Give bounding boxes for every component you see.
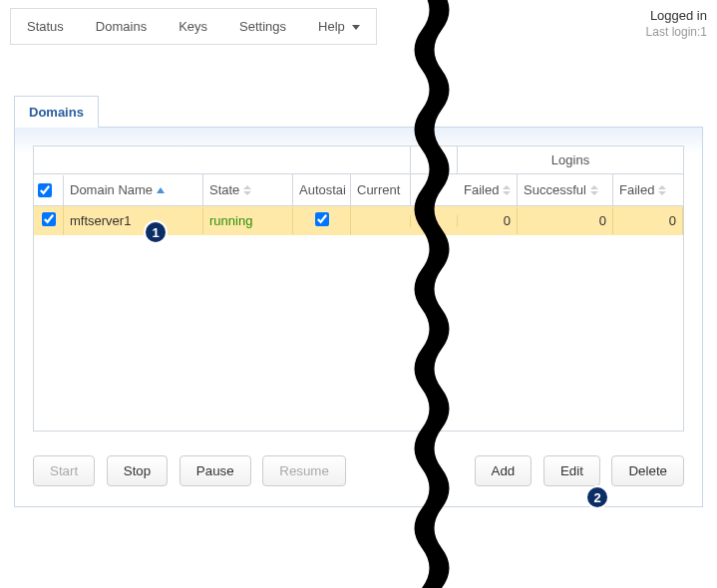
header-failed[interactable]: Failed: [458, 174, 518, 205]
sort-asc-icon: [157, 187, 165, 193]
cell-domain-name: mftserver1: [64, 207, 203, 234]
sort-icon: [658, 185, 666, 195]
nav-domains[interactable]: Domains: [80, 9, 163, 44]
cell-state: running: [203, 207, 293, 234]
nav-help-label: Help: [318, 19, 345, 34]
cell-failed: 0: [458, 207, 518, 234]
edit-button[interactable]: Edit: [543, 455, 600, 486]
resume-button[interactable]: Resume: [262, 455, 346, 486]
callout-1: 1: [144, 220, 168, 244]
cell-current: [351, 215, 411, 227]
last-login-text: Last login:1: [646, 25, 707, 41]
nav-status[interactable]: Status: [11, 9, 80, 44]
pause-button[interactable]: Pause: [179, 455, 251, 486]
sort-icon: [243, 185, 251, 195]
cell-failed-2: 0: [613, 207, 683, 234]
left-buttons: Start Stop Pause Resume: [33, 455, 346, 486]
select-all-checkbox[interactable]: [38, 183, 52, 197]
domains-grid: Logins Domain Name State Autostai: [33, 146, 684, 432]
table-row[interactable]: mftserver1 running 0 0 0: [34, 206, 683, 235]
callout-2: 2: [585, 485, 609, 509]
sort-icon: [590, 185, 598, 195]
header-failed-2[interactable]: Failed: [613, 174, 683, 205]
autostart-checkbox[interactable]: [315, 212, 329, 226]
chevron-down-icon: [352, 25, 360, 30]
top-nav: Status Domains Keys Settings Help: [10, 8, 377, 45]
logged-in-text: Logged in: [646, 8, 707, 25]
header-domain-name[interactable]: Domain Name: [64, 174, 203, 205]
sort-icon: [503, 185, 511, 195]
login-info: Logged in Last login:1: [646, 8, 707, 40]
tab-domains[interactable]: Domains: [14, 96, 99, 128]
header-current[interactable]: Current: [351, 174, 411, 205]
header-autostart[interactable]: Autostai: [293, 174, 351, 205]
stop-button[interactable]: Stop: [107, 455, 168, 486]
header-checkbox[interactable]: [34, 175, 64, 205]
right-buttons: Add Edit Delete: [475, 455, 684, 486]
row-checkbox[interactable]: [42, 212, 56, 226]
cell-successful: 0: [518, 207, 613, 234]
nav-keys[interactable]: Keys: [163, 9, 223, 44]
header-state[interactable]: State: [203, 174, 293, 205]
domains-panel: Logins Domain Name State Autostai: [14, 128, 703, 507]
start-button[interactable]: Start: [33, 455, 95, 486]
grid-body: mftserver1 running 0 0 0: [34, 206, 683, 431]
grid-header: Domain Name State Autostai Current Faile…: [34, 174, 683, 206]
add-button[interactable]: Add: [475, 455, 533, 486]
logins-group-header: Logins: [458, 147, 683, 173]
nav-help[interactable]: Help: [302, 9, 376, 44]
header-successful[interactable]: Successful: [518, 174, 613, 205]
tab-strip: Domains: [14, 95, 703, 128]
delete-button[interactable]: Delete: [611, 455, 684, 486]
nav-settings[interactable]: Settings: [223, 9, 302, 44]
